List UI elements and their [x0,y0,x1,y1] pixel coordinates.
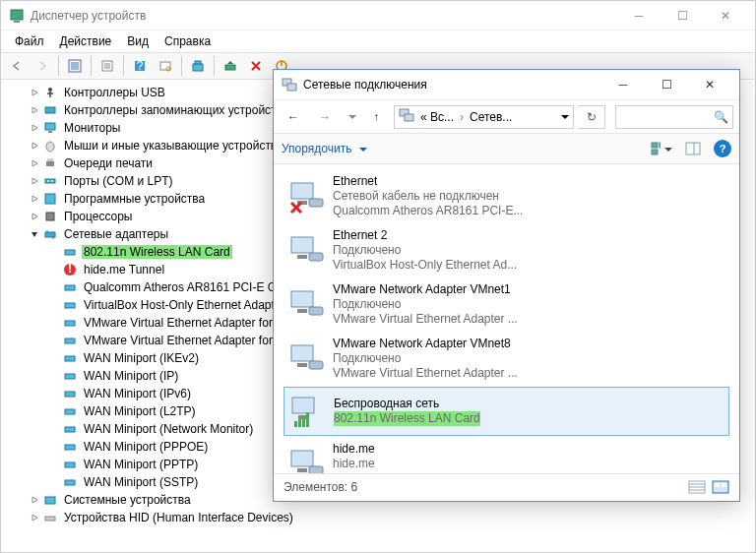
svg-rect-80 [309,466,323,474]
expander-icon[interactable] [29,193,40,205]
menu-file[interactable]: Файл [7,32,52,50]
expander-icon[interactable] [29,512,40,523]
connection-status: hide.me [333,457,413,471]
search-input[interactable]: 🔍 [615,105,733,129]
connection-item[interactable]: VMware Network Adapter VMnet1ПодключеноV… [284,278,729,331]
show-hidden-button[interactable] [63,55,87,77]
refresh-button[interactable]: ↻ [578,105,605,129]
expander-icon[interactable] [29,157,40,169]
properties-button[interactable] [95,55,119,77]
disable-button[interactable] [244,55,268,77]
hid-icon [42,510,58,525]
svg-rect-37 [65,285,75,290]
close-button[interactable]: ✕ [704,2,747,30]
connection-item[interactable]: EthernetСетевой кабель не подключенQualc… [284,170,729,222]
expander-icon[interactable] [48,352,60,364]
item-count: Элементов: 6 [284,480,357,494]
connection-item[interactable]: VMware Network Adapter VMnet8ПодключеноV… [284,333,729,385]
organize-menu[interactable]: Упорядочить [282,142,367,155]
dm-menubar: Файл Действие Вид Справка [1,31,755,52]
connection-adapter: 802.11n Wireless LAN Card [334,411,480,426]
forward-button[interactable] [31,55,54,77]
scan-button[interactable] [154,55,177,77]
expander-icon[interactable] [48,459,60,470]
menu-view[interactable]: Вид [119,32,157,50]
connection-adapter: Qualcomm Atheros AR8161 PCI-E... [333,204,523,218]
svg-rect-74 [294,421,297,427]
expander-icon[interactable] [48,441,60,453]
svg-rect-40 [65,338,75,343]
uninstall-button[interactable] [219,55,242,77]
crumb-2[interactable]: Сетев... [468,110,514,124]
maximize-button[interactable]: ☐ [661,2,704,30]
tree-label: Программные устройства [62,192,207,206]
connection-item[interactable]: hide.mehide.mehide.me Tunnel [284,438,729,473]
expander-icon[interactable] [48,388,60,399]
connection-item[interactable]: Беспроводная сеть802.11n Wireless LAN Ca… [284,387,729,436]
crumb-sep: › [460,110,464,124]
preview-pane-button[interactable] [682,139,704,158]
back-button[interactable] [5,55,29,77]
device-manager-icon [9,8,25,24]
details-view-button[interactable] [688,480,706,494]
icons-view-button[interactable] [712,480,729,494]
nav-up-button[interactable]: ↑ [362,105,390,129]
expander-icon[interactable] [29,104,40,116]
expander-icon[interactable] [29,87,40,98]
help-button[interactable]: ? [714,140,731,157]
expander-icon[interactable] [48,317,60,329]
expander-icon[interactable] [29,140,40,152]
connection-item[interactable]: Ethernet 2ПодключеноVirtualBox Host-Only… [284,224,729,276]
software-icon [42,191,58,207]
view-options-button[interactable] [651,139,672,158]
help-button[interactable]: ? [128,55,152,77]
svg-rect-3 [71,62,79,70]
port-icon [42,173,58,189]
expander-icon[interactable] [48,335,60,346]
expander-icon[interactable] [48,299,60,311]
nav-recent-button[interactable] [343,105,358,129]
expander-icon[interactable] [29,211,40,222]
svg-rect-39 [65,321,75,326]
expander-icon[interactable] [48,405,60,417]
connections-list[interactable]: EthernetСетевой кабель не подключенQualc… [274,164,739,473]
tree-label: Мониторы [62,121,122,135]
menu-action[interactable]: Действие [52,32,120,50]
tree-label: Очереди печати [62,156,155,170]
expander-icon[interactable] [29,175,40,187]
maximize-button[interactable]: ☐ [645,71,688,98]
expander-icon[interactable] [29,228,40,240]
minimize-button[interactable]: ─ [617,2,661,30]
update-driver-button[interactable] [186,55,210,77]
tree-label: VirtualBox Host-Only Ethernet Adapte [82,298,284,312]
tree-item[interactable]: Устройства HID (Human Interface Devices) [1,509,755,526]
expander-icon[interactable] [48,281,60,293]
expander-icon[interactable] [48,264,60,276]
expander-icon[interactable] [48,423,60,435]
netadapter-icon [62,474,78,490]
expander-icon[interactable] [29,494,40,506]
expander-icon[interactable] [48,476,60,488]
svg-rect-54 [405,114,413,121]
expander-icon[interactable] [48,370,60,382]
expander-icon[interactable] [48,246,60,258]
tree-label: WAN Miniport (IP) [82,369,180,383]
connection-status: Подключено [333,243,517,258]
svg-rect-14 [225,65,235,70]
svg-rect-25 [47,158,53,161]
breadcrumb-dropdown[interactable] [557,110,569,124]
tree-label: Сетевые адаптеры [62,227,170,241]
minimize-button[interactable]: ─ [601,71,645,98]
nav-back-button[interactable]: ← [280,105,307,129]
breadcrumb[interactable]: « Вс... › Сетев... [394,105,574,129]
close-button[interactable]: ✕ [688,71,731,98]
nav-forward-button[interactable]: → [311,105,339,129]
svg-rect-57 [652,150,658,154]
cpu-icon [42,209,58,224]
connection-name: Беспроводная сеть [334,397,480,411]
crumb-1[interactable]: « Вс... [418,110,456,124]
mouse-icon [42,138,58,154]
expander-icon[interactable] [29,122,40,134]
svg-rect-76 [302,415,305,427]
menu-help[interactable]: Справка [157,32,219,50]
